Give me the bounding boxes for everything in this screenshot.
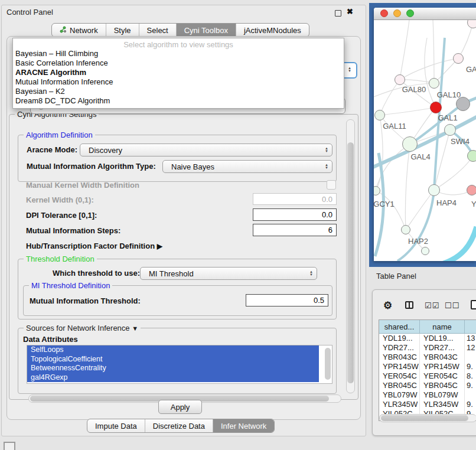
tab-jactivemnodules[interactable]: jActiveMNodules	[236, 24, 309, 37]
sources-expander[interactable]: Sources for Network Inference ▼	[24, 324, 141, 332]
table-panel-window: ⚙ ☑☑ ☐☐ shared... name YDL19...YDL19...1…	[372, 289, 476, 436]
tab-discretize-data[interactable]: Discretize Data	[145, 419, 213, 432]
aracne-mode-label: Aracne Mode:	[27, 145, 77, 154]
cyni-bottom-tabbar: Impute Data Discretize Data Infer Networ…	[87, 419, 275, 433]
node-label: GAL1	[438, 113, 457, 122]
node-hap2[interactable]	[401, 225, 410, 234]
column-header-shared-name[interactable]: shared...	[379, 320, 420, 333]
zoom-window-icon[interactable]	[406, 9, 414, 17]
tab-select[interactable]: Select	[139, 24, 176, 37]
columns-icon[interactable]	[405, 301, 413, 309]
attribute-item[interactable]: TopologicalCoefficient	[27, 355, 319, 364]
dpi-tolerance-input[interactable]	[253, 208, 337, 221]
combo-arrows-icon: ▲▼	[344, 67, 355, 73]
column-header-cut[interactable]	[465, 320, 476, 333]
node-gal4[interactable]	[402, 136, 418, 152]
table-row[interactable]: YBR043CYBR043C	[379, 353, 476, 362]
attribute-item[interactable]: gal4RGexp	[27, 373, 319, 383]
network-window[interactable]: GAL GAL80 GAL10 GAL1 GAL11 SWI4 GAL4 GCY…	[374, 8, 476, 261]
expand-down-icon: ▼	[132, 325, 138, 332]
tab-network[interactable]: Network	[52, 24, 106, 37]
node-bottom[interactable]	[421, 247, 429, 255]
tab-infer-network[interactable]: Infer Network	[213, 419, 274, 432]
algorithm-option-selected[interactable]: ARACNE Algorithm	[13, 68, 344, 77]
table-panel-title: Table Panel	[376, 272, 416, 281]
network-canvas[interactable]: GAL GAL80 GAL10 GAL1 GAL11 SWI4 GAL4 GCY…	[374, 20, 476, 261]
mi-type-combo[interactable]: Naive Bayes ▲▼	[162, 160, 332, 173]
table-horizontal-scrollbar[interactable]	[379, 414, 476, 422]
manual-kernel-label: Manual Kernel Width Definition	[26, 181, 139, 190]
aracne-mode-combo[interactable]: Discovery ▲▼	[80, 144, 332, 156]
mi-threshold-input[interactable]	[246, 294, 328, 306]
sources-group: Sources for Network Inference ▼ Data Att…	[18, 328, 337, 394]
attribute-item[interactable]: SelfLoops	[27, 345, 319, 355]
node-gray[interactable]	[456, 97, 470, 111]
node-gal11[interactable]	[374, 110, 385, 120]
control-panel: Control Panel ✖ Network Style Select	[1, 5, 366, 436]
algorithm-option[interactable]: Bayesian – Hill Climbing	[13, 49, 344, 58]
node-green-right[interactable]	[467, 150, 476, 162]
table-row[interactable]: YPR145WYPR145W9.	[379, 362, 476, 371]
table-row[interactable]: YBL079WYBL079W	[379, 390, 476, 400]
list-vertical-scrollbar[interactable]	[325, 348, 331, 380]
tab-cyni-toolbox[interactable]: Cyni Toolbox	[176, 24, 236, 37]
attribute-item[interactable]: BetweennessCentrality	[27, 364, 319, 373]
combo-arrows-icon: ▲▼	[306, 270, 317, 276]
table-row[interactable]: YBR045CYBR045C9.	[379, 381, 476, 390]
table-row[interactable]: YDR27...YDR27...12	[379, 343, 476, 353]
settings-vertical-scrollbar[interactable]	[346, 119, 355, 393]
tab-impute-data[interactable]: Impute Data	[87, 419, 145, 432]
algorithm-option[interactable]: Bayesian – K2	[13, 87, 344, 96]
mi-steps-input[interactable]	[253, 224, 337, 236]
node-label: GAL10	[437, 90, 461, 99]
manual-kernel-checkbox[interactable]	[327, 180, 336, 190]
node-hap4[interactable]	[428, 184, 440, 196]
expand-right-icon: ▶	[157, 242, 162, 250]
tab-style[interactable]: Style	[106, 24, 139, 37]
table-header-row: shared... name	[379, 320, 476, 334]
node-label: GAL80	[402, 85, 426, 94]
node-gal1-red[interactable]	[430, 102, 442, 113]
algorithm-definition-group: Algorithm Definition Aracne Mode: Discov…	[18, 135, 337, 182]
node-gal7[interactable]	[453, 53, 464, 64]
node-label: GCY1	[374, 200, 395, 208]
close-panel-icon[interactable]: ✖	[347, 7, 353, 16]
table-row[interactable]: YLR345WYLR345W9.	[379, 400, 476, 409]
apply-button[interactable]: Apply	[158, 400, 202, 414]
node-swi4[interactable]	[444, 124, 456, 136]
mi-threshold-group: MI Threshold Definition Mutual Informati…	[23, 285, 332, 316]
panel-title: Control Panel	[6, 8, 53, 17]
document-icon[interactable]	[471, 300, 476, 309]
column-header-name[interactable]: name	[420, 320, 465, 333]
network-window-titlebar[interactable]	[374, 8, 476, 20]
which-threshold-combo[interactable]: MI Threshold ▲▼	[140, 267, 317, 280]
algorithm-option[interactable]: Basic Correlation Inference	[13, 58, 344, 68]
algorithm-dropdown-popup: Select algorithm to view settings Bayesi…	[12, 38, 344, 109]
mi-type-label: Mutual Information Algorithm Type:	[27, 162, 156, 171]
algorithm-option[interactable]: Dream8 DC_TDC Algorithm	[13, 96, 344, 106]
deselect-all-checkboxes-icon[interactable]: ☐☐	[445, 301, 459, 310]
combo-arrows-icon: ▲▼	[321, 164, 332, 169]
node-gal10[interactable]	[429, 78, 439, 89]
hub-factor-expander[interactable]: Hub/Transcription Factor Definition ▶	[26, 242, 162, 250]
mi-steps-label: Mutual Information Steps:	[26, 226, 120, 235]
minimize-window-icon[interactable]	[393, 9, 401, 17]
kernel-width-input[interactable]	[253, 193, 337, 205]
node-salmon[interactable]	[467, 185, 476, 195]
group-title: Threshold Definition	[24, 255, 97, 263]
float-panel-icon[interactable]	[335, 10, 341, 17]
dropdown-prompt: Select algorithm to view settings	[13, 38, 344, 49]
close-window-icon[interactable]	[380, 9, 388, 17]
network-view-frame: GAL GAL80 GAL10 GAL1 GAL11 SWI4 GAL4 GCY…	[369, 3, 476, 267]
minimized-panel-icon[interactable]	[4, 442, 15, 450]
node-table: shared... name YDL19...YDL19...13 YDR27.…	[379, 319, 476, 421]
gear-icon[interactable]: ⚙	[383, 299, 392, 312]
select-all-checkboxes-icon[interactable]: ☑☑	[425, 301, 439, 310]
combo-arrows-icon: ▲▼	[321, 147, 332, 153]
table-row[interactable]: YER054CYER054C8.	[379, 371, 476, 381]
cyni-algorithm-settings-group: Cyni Algorithm Settings Algorithm Defini…	[9, 114, 358, 400]
node-gal80[interactable]	[395, 74, 405, 85]
table-row[interactable]: YDL19...YDL19...13	[379, 334, 476, 343]
algorithm-option[interactable]: Mutual Information Inference	[13, 77, 344, 87]
which-threshold-label: Which threshold to use:	[53, 269, 140, 278]
